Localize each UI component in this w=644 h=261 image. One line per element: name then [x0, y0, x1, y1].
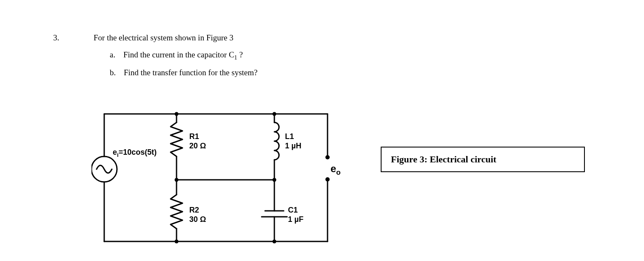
svg-point-20: [175, 178, 179, 182]
label-l1-value: 1 µH: [285, 142, 301, 150]
sub-question-a: a. Find the current in the capacitor C1 …: [110, 50, 243, 61]
question-number: 3.: [53, 33, 59, 43]
svg-point-24: [325, 155, 330, 159]
label-l1-name: L1: [285, 132, 294, 141]
sub-a-letter: a.: [110, 50, 115, 59]
svg-point-23: [273, 240, 276, 244]
sub-a-text-before: Find the current in the capacitor C: [123, 50, 234, 59]
sub-a-subscript: 1: [234, 54, 237, 61]
output-label: eo: [331, 163, 341, 177]
figure-caption: Figure 3: Electrical circuit: [381, 147, 585, 172]
sub-a-text-after: ?: [237, 50, 243, 59]
sub-b-text: Find the transfer function for the syste…: [124, 68, 257, 77]
label-r2-value: 30 Ω: [189, 215, 206, 224]
label-r1-name: R1: [189, 132, 199, 141]
question-prompt: For the electrical system shown in Figur…: [94, 33, 234, 43]
label-c1-name: C1: [288, 206, 298, 215]
svg-point-22: [175, 240, 179, 244]
svg-point-18: [175, 112, 179, 116]
source-label: ei=10cos(5t): [113, 148, 157, 158]
label-c1-value: 1 µF: [288, 215, 303, 224]
svg-point-21: [273, 178, 276, 182]
svg-point-25: [325, 177, 330, 182]
label-r1-value: 20 Ω: [189, 142, 206, 150]
svg-point-19: [273, 112, 276, 116]
label-r2-name: R2: [189, 206, 199, 215]
circuit-diagram: ei=10cos(5t) R1 20 Ω L1 1 µH R2 30 Ω C1 …: [91, 105, 342, 250]
sub-b-letter: b.: [110, 68, 116, 77]
sub-question-b: b. Find the transfer function for the sy…: [110, 68, 257, 77]
